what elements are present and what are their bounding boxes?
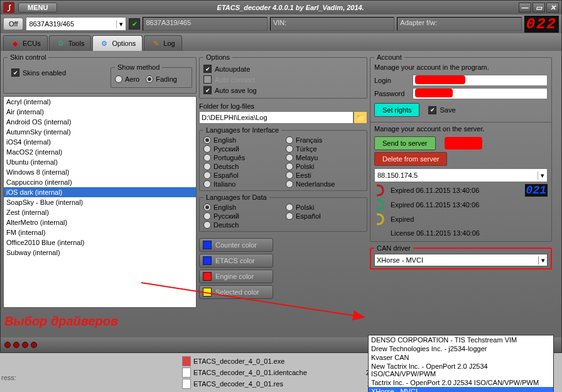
can-driver-select[interactable]: XHorse - MVCI▾ <box>374 254 548 266</box>
lang-radio[interactable]: Italiano <box>203 180 281 188</box>
set-rights-button[interactable]: Set rights <box>374 103 419 117</box>
main-window: ⟆ MENU ETACS_decoder 4.0.0.1 by Earl_Vad… <box>0 0 562 353</box>
autoupdate-checkbox[interactable]: ✔Autoupdate <box>203 65 363 73</box>
app-icon: ⟆ <box>3 2 14 13</box>
skin-item[interactable]: Windows 8 (internal) <box>4 167 196 177</box>
chevron-down-icon[interactable]: ▾ <box>538 256 545 264</box>
lang-radio[interactable]: Nederlandse <box>286 180 363 188</box>
send-server-button[interactable]: Send to server <box>374 136 436 150</box>
dropdown-item[interactable]: New Tactrix Inc. - OpenPort 2.0 J2534 IS… <box>369 362 553 378</box>
skin-item[interactable]: MacOS2 (internal) <box>4 147 196 157</box>
close-button[interactable]: ✕ <box>546 3 559 13</box>
gear-icon: ⚙ <box>99 38 109 48</box>
delete-server-button[interactable]: Delete from server <box>374 152 447 166</box>
redacted <box>445 137 482 150</box>
save-checkbox[interactable]: ✔Save <box>428 106 463 114</box>
status-icon <box>374 213 387 226</box>
skin-item[interactable]: Acryl (internal) <box>4 97 196 107</box>
lang-radio[interactable]: English <box>203 204 281 211</box>
status-dot <box>4 342 11 348</box>
can-driver-group: CAN driver XHorse - MVCI▾ <box>370 244 552 270</box>
lang-radio[interactable]: Deutsch <box>203 221 281 229</box>
toolbar: Off 8637A319/465▾ ✔ 8637A319/465 VIN: Ad… <box>1 14 561 33</box>
login-label: Login <box>374 77 409 84</box>
status-dot <box>22 342 28 348</box>
dropdown-item[interactable]: Drew Technologies Inc. - j2534-logger <box>369 344 553 353</box>
off-button[interactable]: Off <box>3 18 23 30</box>
lang-radio[interactable]: Polski <box>286 163 363 170</box>
chevron-down-icon[interactable]: ▾ <box>538 172 544 180</box>
aero-radio[interactable]: Aero <box>115 75 139 83</box>
log-folder-input[interactable] <box>199 111 354 124</box>
autosavelog-checkbox[interactable]: ✔Auto save log <box>203 86 363 94</box>
login-input[interactable] <box>413 75 548 86</box>
tab-log[interactable]: ✎Log <box>144 35 181 51</box>
lang-radio[interactable]: Eesti <box>286 172 363 179</box>
dropdown-item[interactable]: Kvaser CAN <box>369 353 553 362</box>
content-area: Skin control ✔Skins enabled Show method … <box>1 51 561 337</box>
gear-icon: ⚙ <box>56 38 66 48</box>
lang-radio[interactable]: Español <box>203 172 281 179</box>
menu-button[interactable]: MENU <box>18 3 57 13</box>
lang-radio[interactable]: Русский <box>203 212 281 220</box>
dropdown-item[interactable]: DENSO CORPORATION - TIS Techstream VIM <box>369 335 553 344</box>
dropdown-item[interactable]: XHorse - MVCI <box>369 387 553 392</box>
lang-radio[interactable]: Türkçe <box>286 145 363 153</box>
status-dot <box>13 342 19 348</box>
fading-radio[interactable]: Fading <box>146 75 177 83</box>
account-group: Account Manage your account in the progr… <box>370 53 552 242</box>
check-toggle[interactable]: ✔ <box>129 18 140 30</box>
engine-color-button[interactable]: Engine color <box>199 270 273 283</box>
skin-list[interactable]: Acryl (internal)Air (internal)Android OS… <box>3 96 197 308</box>
exe-icon <box>182 356 191 366</box>
skin-item[interactable]: iOS4 (internal) <box>4 137 196 147</box>
skin-legend: Skin control <box>8 53 48 61</box>
lang-radio[interactable]: Português <box>203 154 281 161</box>
file-icon <box>182 379 191 389</box>
lang-radio[interactable]: Polski <box>286 204 363 211</box>
skin-item[interactable]: Android OS (internal) <box>4 117 196 127</box>
ip-combo[interactable]: 88.150.174.5▾ <box>374 168 548 182</box>
pencil-icon: ✎ <box>151 38 161 48</box>
skin-item[interactable]: Subway (internal) <box>4 248 196 258</box>
lang-radio[interactable]: Français <box>286 136 363 144</box>
mitsubishi-icon: ◆ <box>10 38 20 48</box>
autoconnect-checkbox: Auto connect <box>203 75 363 84</box>
can-driver-dropdown[interactable]: DENSO CORPORATION - TIS Techstream VIMDr… <box>368 335 554 392</box>
tab-ecus[interactable]: ◆ECUs <box>3 35 48 51</box>
password-input[interactable] <box>413 88 548 99</box>
show-method-group: Show method Aero Fading <box>111 63 192 88</box>
skin-item[interactable]: FM (internal) <box>4 227 196 237</box>
folder-icon[interactable]: 📁 <box>354 111 367 124</box>
counter-display: 021 <box>525 184 548 197</box>
lang-radio[interactable]: Deutsch <box>203 163 281 170</box>
ecu-combo[interactable]: 8637A319/465▾ <box>26 17 126 31</box>
vin-field: VIN: <box>270 17 394 31</box>
skins-enabled-checkbox[interactable]: ✔Skins enabled <box>11 68 103 77</box>
lang-radio[interactable]: Español <box>286 212 363 220</box>
dropdown-item[interactable]: Tactrix Inc. - OpenPort 2.0 J2534 ISO/CA… <box>369 378 553 387</box>
etacs-color-button[interactable]: ETACS color <box>199 254 273 268</box>
file-icon <box>182 368 191 378</box>
chevron-down-icon[interactable]: ▾ <box>116 20 123 28</box>
lang-radio[interactable]: English <box>203 136 281 144</box>
selected-color-button[interactable]: Selected color <box>199 285 273 299</box>
lang-radio[interactable]: Русский <box>203 145 281 153</box>
timer-display: 022 <box>524 16 559 33</box>
skin-item[interactable]: AlterMetro (internal) <box>4 217 196 227</box>
skin-item[interactable]: iOS dark (internal) <box>4 187 196 197</box>
skin-item[interactable]: Ubuntu (internal) <box>4 157 196 167</box>
skin-item[interactable]: SoapSky - Blue (internal) <box>4 197 196 207</box>
tab-tools[interactable]: ⚙Tools <box>49 35 92 51</box>
skin-item[interactable]: AutumnSky (internal) <box>4 127 196 137</box>
skin-item[interactable]: Cappuccino (internal) <box>4 177 196 187</box>
skin-item[interactable]: Office2010 Blue (internal) <box>4 237 196 248</box>
lang-radio[interactable]: Melayu <box>286 154 363 161</box>
maximize-button[interactable]: ▭ <box>532 3 545 13</box>
skin-item[interactable]: Zest (internal) <box>4 207 196 217</box>
titlebar: ⟆ MENU ETACS_decoder 4.0.0.1 by Earl_Vad… <box>1 1 561 14</box>
minimize-button[interactable]: — <box>519 3 531 13</box>
counter-color-button[interactable]: Counter color <box>199 238 273 252</box>
tab-options[interactable]: ⚙Options <box>92 35 143 51</box>
skin-item[interactable]: Air (internal) <box>4 107 196 117</box>
